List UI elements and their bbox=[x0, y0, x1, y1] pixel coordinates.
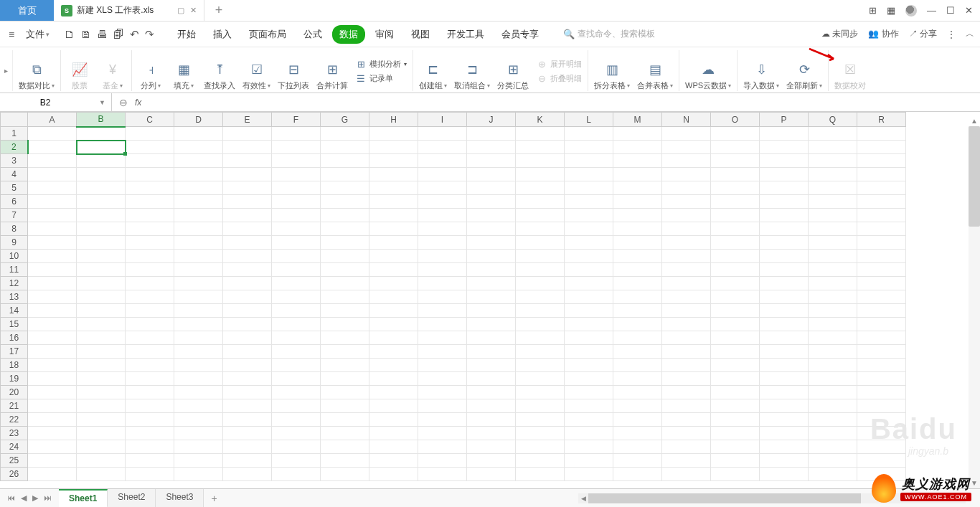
row-header-12[interactable]: 12 bbox=[1, 277, 28, 290]
cell-M12[interactable] bbox=[613, 277, 662, 290]
cell-J5[interactable] bbox=[467, 181, 516, 195]
cell-E15[interactable] bbox=[223, 318, 272, 331]
cell-G23[interactable] bbox=[321, 427, 369, 440]
cell-Q13[interactable] bbox=[809, 290, 857, 304]
cell-K23[interactable] bbox=[516, 427, 565, 440]
cell-C7[interactable] bbox=[126, 209, 174, 222]
cell-Q19[interactable] bbox=[809, 372, 857, 386]
cell-K10[interactable] bbox=[516, 250, 565, 263]
column-header-I[interactable]: I bbox=[418, 113, 467, 127]
row-header-17[interactable]: 17 bbox=[1, 345, 28, 359]
column-header-A[interactable]: A bbox=[28, 113, 77, 127]
row-header-5[interactable]: 5 bbox=[1, 181, 28, 195]
cell-N2[interactable] bbox=[662, 141, 711, 154]
cell-E21[interactable] bbox=[223, 399, 272, 413]
cell-A20[interactable] bbox=[28, 386, 77, 399]
cell-G20[interactable] bbox=[321, 386, 369, 399]
cell-D21[interactable] bbox=[174, 399, 223, 413]
cell-O4[interactable] bbox=[711, 168, 760, 181]
cell-M25[interactable] bbox=[613, 454, 662, 468]
cell-M8[interactable] bbox=[613, 222, 662, 236]
cell-J8[interactable] bbox=[467, 222, 516, 236]
cell-L10[interactable] bbox=[565, 250, 613, 263]
cell-J4[interactable] bbox=[467, 168, 516, 181]
merge-table-button[interactable]: ▤ 合并表格 bbox=[637, 51, 673, 91]
cell-F26[interactable] bbox=[272, 468, 321, 481]
cell-R8[interactable] bbox=[857, 222, 906, 236]
cell-B7[interactable] bbox=[77, 209, 126, 222]
cell-D25[interactable] bbox=[174, 454, 223, 468]
cell-Q9[interactable] bbox=[809, 236, 857, 250]
row-header-9[interactable]: 9 bbox=[1, 236, 28, 250]
command-search[interactable]: 🔍 查找命令、搜索模板 bbox=[563, 28, 655, 40]
cell-L6[interactable] bbox=[565, 195, 613, 209]
cell-H21[interactable] bbox=[369, 399, 418, 413]
cell-G12[interactable] bbox=[321, 277, 369, 290]
cell-F8[interactable] bbox=[272, 222, 321, 236]
cell-F10[interactable] bbox=[272, 250, 321, 263]
cell-R7[interactable] bbox=[857, 209, 906, 222]
cell-B23[interactable] bbox=[77, 427, 126, 440]
cell-M5[interactable] bbox=[613, 181, 662, 195]
cell-K26[interactable] bbox=[516, 468, 565, 481]
cell-N5[interactable] bbox=[662, 181, 711, 195]
cell-Q16[interactable] bbox=[809, 331, 857, 345]
cell-F16[interactable] bbox=[272, 331, 321, 345]
row-header-13[interactable]: 13 bbox=[1, 290, 28, 304]
cell-H13[interactable] bbox=[369, 290, 418, 304]
cell-E6[interactable] bbox=[223, 195, 272, 209]
cell-B16[interactable] bbox=[77, 331, 126, 345]
cell-D12[interactable] bbox=[174, 277, 223, 290]
cell-H1[interactable] bbox=[369, 127, 418, 141]
cell-D26[interactable] bbox=[174, 468, 223, 481]
cell-R20[interactable] bbox=[857, 386, 906, 399]
cell-M1[interactable] bbox=[613, 127, 662, 141]
cell-O14[interactable] bbox=[711, 304, 760, 318]
cell-P22[interactable] bbox=[760, 413, 809, 427]
cell-P5[interactable] bbox=[760, 181, 809, 195]
cell-M4[interactable] bbox=[613, 168, 662, 181]
cell-G14[interactable] bbox=[321, 304, 369, 318]
cell-J25[interactable] bbox=[467, 454, 516, 468]
cell-K22[interactable] bbox=[516, 413, 565, 427]
cell-A12[interactable] bbox=[28, 277, 77, 290]
cell-L22[interactable] bbox=[565, 413, 613, 427]
cell-H16[interactable] bbox=[369, 331, 418, 345]
cell-L2[interactable] bbox=[565, 141, 613, 154]
ribbon-expand-icon[interactable]: ▸ bbox=[0, 50, 13, 91]
cell-I26[interactable] bbox=[418, 468, 467, 481]
cell-M26[interactable] bbox=[613, 468, 662, 481]
row-header-10[interactable]: 10 bbox=[1, 250, 28, 263]
cell-N26[interactable] bbox=[662, 468, 711, 481]
home-tab[interactable]: 首页 bbox=[0, 0, 54, 21]
cell-D11[interactable] bbox=[174, 263, 223, 277]
cell-J1[interactable] bbox=[467, 127, 516, 141]
cell-J21[interactable] bbox=[467, 399, 516, 413]
cell-C18[interactable] bbox=[126, 359, 174, 372]
cell-Q21[interactable] bbox=[809, 399, 857, 413]
cell-R25[interactable] bbox=[857, 454, 906, 468]
cell-C16[interactable] bbox=[126, 331, 174, 345]
cell-R3[interactable] bbox=[857, 154, 906, 168]
cell-C4[interactable] bbox=[126, 168, 174, 181]
cell-G17[interactable] bbox=[321, 345, 369, 359]
cell-H7[interactable] bbox=[369, 209, 418, 222]
cell-Q11[interactable] bbox=[809, 263, 857, 277]
cell-H9[interactable] bbox=[369, 236, 418, 250]
cell-B19[interactable] bbox=[77, 372, 126, 386]
fx-icon[interactable]: fx bbox=[135, 98, 141, 108]
cell-A10[interactable] bbox=[28, 250, 77, 263]
cell-B12[interactable] bbox=[77, 277, 126, 290]
column-header-P[interactable]: P bbox=[760, 113, 809, 127]
cell-K6[interactable] bbox=[516, 195, 565, 209]
cell-L3[interactable] bbox=[565, 154, 613, 168]
cell-D13[interactable] bbox=[174, 290, 223, 304]
cell-H5[interactable] bbox=[369, 181, 418, 195]
tab-close-icon[interactable]: ✕ bbox=[190, 6, 197, 15]
cell-O6[interactable] bbox=[711, 195, 760, 209]
cell-Q26[interactable] bbox=[809, 468, 857, 481]
cell-K18[interactable] bbox=[516, 359, 565, 372]
cell-P1[interactable] bbox=[760, 127, 809, 141]
cell-L15[interactable] bbox=[565, 318, 613, 331]
refresh-all-button[interactable]: ⟳ 全部刷新 bbox=[786, 51, 822, 91]
